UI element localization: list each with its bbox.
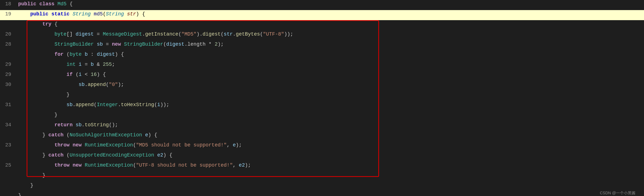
code-line-20: 20 byte[] digest = MessageDigest.getInst…: [0, 30, 644, 40]
line-content-20: byte[] digest = MessageDigest.getInstanc…: [17, 30, 644, 38]
code-line-34: 34 return sb.toString();: [0, 121, 644, 131]
line-number-29b: 29: [0, 71, 17, 79]
line-content-for: for (byte b : digest) {: [17, 50, 644, 59]
code-line-25: 25 throw new RuntimeException("UTF-8 sho…: [0, 161, 644, 171]
code-line-29b: 29 if (i < 16) {: [0, 71, 644, 81]
line-content-30: sb.append("0");: [17, 81, 644, 89]
line-content-catch2: } catch (UnsupportedEncodingException e2…: [17, 151, 644, 159]
line-number-19: 19: [0, 10, 17, 18]
line-number-34: 34: [0, 121, 17, 129]
code-line-30: 30 sb.append("0");: [0, 81, 644, 91]
code-line-catch2: } catch (UnsupportedEncodingException e2…: [0, 151, 644, 161]
line-content-29b: if (i < 16) {: [17, 71, 644, 79]
code-line-catch1: } catch (NoSuchAlgorithmException e) {: [0, 131, 644, 141]
line-content-catch-close: }: [17, 171, 644, 179]
line-content-method-close: }: [17, 181, 644, 190]
line-content-if-close: }: [17, 91, 644, 99]
watermark: CSDN @一个小黑酱: [600, 190, 636, 196]
line-content-try: try {: [17, 20, 644, 28]
code-line-catch-close: }: [0, 171, 644, 181]
line-content-class-close: }: [17, 192, 644, 196]
code-line-18: 18 public class Md5 {: [0, 0, 644, 10]
line-content-31: sb.append(Integer.toHexString(i));: [17, 101, 644, 109]
line-number-28: 28: [0, 40, 17, 48]
line-number-31: 31: [0, 101, 17, 109]
line-content-34: return sb.toString();: [17, 121, 644, 129]
line-content-23: throw new RuntimeException("MD5 should n…: [17, 141, 644, 149]
code-line-for: for (byte b : digest) {: [0, 50, 644, 60]
line-content-28: StringBuilder sb = new StringBuilder(dig…: [17, 40, 644, 48]
line-number-29a: 29: [0, 60, 17, 69]
line-number-30: 30: [0, 81, 17, 89]
line-number-20: 20: [0, 30, 17, 38]
line-number-18: 18: [0, 0, 17, 8]
line-content-18: public class Md5 {: [17, 0, 644, 8]
line-content-25: throw new RuntimeException("UTF-8 should…: [17, 161, 644, 169]
code-line-23: 23 throw new RuntimeException("MD5 shoul…: [0, 141, 644, 151]
code-line-method-close: }: [0, 181, 644, 192]
line-content-19: public static String md5(String str) {: [17, 10, 644, 18]
code-line-try: try {: [0, 20, 644, 30]
code-container: 18 public class Md5 { 19 public static S…: [0, 0, 644, 196]
code-line-if-close: }: [0, 91, 644, 101]
line-content-29a: int i = b & 255;: [17, 60, 644, 69]
code-line-for-close: }: [0, 111, 644, 121]
line-content-catch1: } catch (NoSuchAlgorithmException e) {: [17, 131, 644, 139]
line-content-for-close: }: [17, 111, 644, 119]
code-line-31: 31 sb.append(Integer.toHexString(i));: [0, 101, 644, 111]
code-line-class-close: }: [0, 192, 644, 196]
code-line-19: 19 public static String md5(String str) …: [0, 10, 644, 20]
line-number-23: 23: [0, 141, 17, 149]
code-line-29a: 29 int i = b & 255;: [0, 60, 644, 71]
code-line-28: 28 StringBuilder sb = new StringBuilder(…: [0, 40, 644, 50]
line-number-25: 25: [0, 161, 17, 169]
